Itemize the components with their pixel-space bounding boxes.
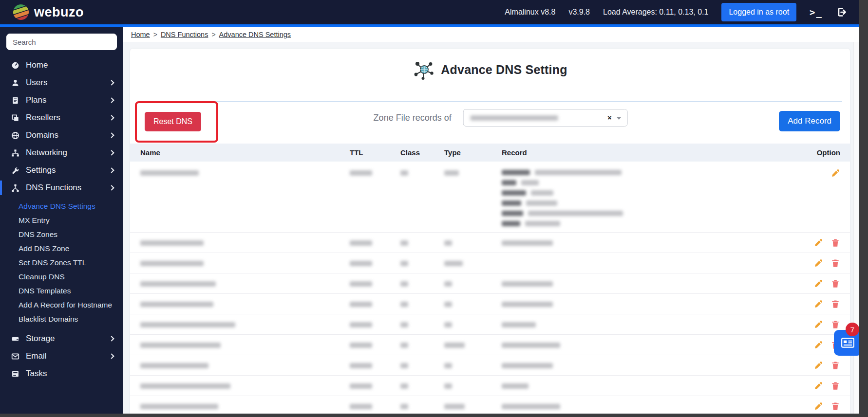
edit-icon[interactable] — [830, 168, 840, 178]
add-record-button[interactable]: Add Record — [779, 111, 840, 131]
sidebar-item-plans[interactable]: Plans — [0, 91, 123, 109]
edit-icon[interactable] — [813, 279, 823, 289]
dns-settings-card: Advance DNS Setting Reset DNS Zone File … — [130, 49, 850, 414]
notification-badge: 7 — [846, 323, 859, 336]
sidebar-item-storage[interactable]: Storage — [0, 330, 123, 347]
edit-icon[interactable] — [813, 381, 823, 391]
table-row — [130, 396, 850, 414]
col-class: Class — [400, 148, 444, 157]
chevron-right-icon — [109, 185, 114, 190]
table-row — [130, 314, 850, 335]
dns-functions-icon — [11, 183, 19, 192]
delete-icon[interactable] — [830, 361, 840, 370]
chevron-right-icon — [109, 150, 114, 155]
breadcrumb-dns-functions[interactable]: DNS Functions — [161, 31, 208, 38]
submenu-item-add-dns-zone[interactable]: Add DNS Zone — [0, 241, 123, 255]
redacted-type — [444, 170, 459, 176]
zone-select[interactable]: × — [463, 109, 628, 127]
submenu-item-blacklist-domains[interactable]: Blacklist Domains — [0, 312, 123, 326]
breadcrumb-advance-dns-settings[interactable]: Advance DNS Settings — [219, 31, 291, 38]
edit-icon[interactable] — [813, 320, 823, 329]
breadcrumb-separator: > — [153, 31, 157, 38]
delete-icon[interactable] — [830, 299, 840, 309]
sidebar-item-label: DNS Functions — [26, 183, 81, 193]
delete-icon[interactable] — [830, 381, 840, 391]
dns-globe-icon — [413, 59, 435, 80]
sidebar-item-label: Users — [26, 78, 47, 88]
submenu-item-set-dns-zones-ttl[interactable]: Set DNS Zones TTL — [0, 255, 123, 270]
sidebar-item-label: Home — [26, 60, 48, 70]
chevron-down-icon — [617, 117, 622, 120]
search-input[interactable] — [6, 34, 117, 50]
dns-functions-submenu: Advance DNS Settings MX Entry DNS Zones … — [0, 197, 123, 330]
edit-icon[interactable] — [813, 258, 823, 268]
sidebar-item-label: Resellers — [26, 113, 60, 123]
sidebar-item-label: Networking — [26, 148, 67, 158]
delete-icon[interactable] — [830, 401, 840, 411]
submenu-item-cleanup-dns[interactable]: Cleanup DNS — [0, 270, 123, 284]
submenu-item-dns-zones[interactable]: DNS Zones — [0, 227, 123, 241]
brand-logo[interactable]: webuzo — [0, 3, 84, 21]
storage-icon — [11, 334, 19, 343]
chevron-right-icon — [109, 80, 114, 85]
table-row — [130, 162, 850, 233]
submenu-item-dns-templates[interactable]: DNS Templates — [0, 284, 123, 298]
sidebar-item-home[interactable]: Home — [0, 56, 123, 74]
clear-selection-icon[interactable]: × — [607, 113, 612, 122]
topbar-right: Almalinux v8.8 v3.9.8 Load Averages: 0.1… — [505, 3, 868, 21]
redacted-record — [502, 168, 787, 226]
edit-icon[interactable] — [813, 361, 823, 370]
sidebar-item-resellers[interactable]: Resellers — [0, 109, 123, 127]
chevron-right-icon — [109, 115, 114, 120]
sidebar-item-label: Settings — [26, 165, 56, 175]
col-type: Type — [444, 148, 502, 157]
table-row — [130, 294, 850, 314]
logged-in-button[interactable]: Logged in as root — [721, 3, 796, 21]
support-chat-widget[interactable]: 7 — [834, 330, 862, 356]
networking-icon — [11, 148, 19, 157]
breadcrumb-separator: > — [211, 31, 215, 38]
sidebar-item-settings[interactable]: Settings — [0, 162, 123, 179]
edit-icon[interactable] — [813, 299, 823, 309]
edit-icon[interactable] — [813, 340, 823, 350]
chevron-right-icon — [109, 336, 114, 341]
zone-file-label: Zone File records of — [374, 113, 452, 123]
table-header: Name TTL Class Type Record Option — [130, 144, 850, 162]
sidebar-item-email[interactable]: Email — [0, 347, 123, 365]
delete-icon[interactable] — [830, 258, 840, 268]
sidebar-item-dns-functions[interactable]: DNS Functions — [0, 179, 123, 197]
sidebar-item-networking[interactable]: Networking — [0, 144, 123, 162]
plans-icon — [11, 96, 19, 105]
submenu-item-advance-dns-settings[interactable]: Advance DNS Settings — [0, 199, 123, 213]
redacted-ttl — [350, 170, 372, 176]
delete-icon[interactable] — [830, 320, 840, 329]
webuzo-sphere-icon — [12, 3, 30, 21]
submenu-item-mx-entry[interactable]: MX Entry — [0, 213, 123, 227]
redacted-class — [400, 170, 408, 176]
load-averages: Load Averages: 0.11, 0.13, 0.1 — [603, 8, 708, 17]
sidebar-item-users[interactable]: Users — [0, 74, 123, 91]
users-icon — [11, 78, 19, 87]
sidebar-item-label: Plans — [26, 95, 47, 105]
delete-icon[interactable] — [830, 238, 840, 248]
breadcrumb-home[interactable]: Home — [131, 31, 150, 38]
delete-icon[interactable] — [830, 279, 840, 289]
terminal-icon[interactable]: >_ — [810, 7, 823, 18]
panel-version: v3.9.8 — [568, 8, 590, 17]
edit-icon[interactable] — [813, 238, 823, 248]
logout-icon[interactable] — [836, 6, 848, 18]
window-frame-right — [859, 0, 868, 417]
reset-dns-button[interactable]: Reset DNS — [145, 112, 201, 131]
col-name: Name — [140, 148, 350, 157]
table-row — [130, 335, 850, 355]
main-content: Advance DNS Setting Reset DNS Zone File … — [123, 42, 859, 414]
sidebar-item-domains[interactable]: Domains — [0, 127, 123, 144]
table-row — [130, 273, 850, 294]
sidebar-item-tasks[interactable]: Tasks — [0, 365, 123, 382]
table-row — [130, 376, 850, 396]
edit-icon[interactable] — [813, 401, 823, 411]
col-ttl: TTL — [350, 148, 400, 157]
scrollbar-track[interactable] — [853, 42, 859, 414]
submenu-item-add-a-record-for-hostname[interactable]: Add A Record for Hostname — [0, 298, 123, 312]
os-label: Almalinux v8.8 — [505, 8, 555, 17]
